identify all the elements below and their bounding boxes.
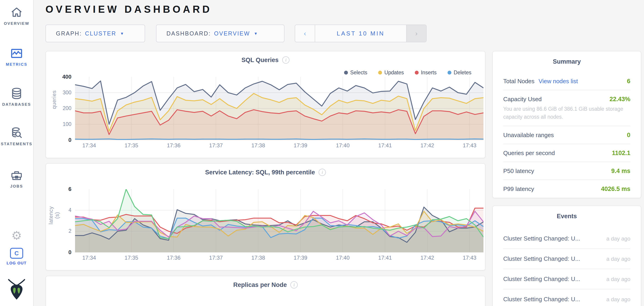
legend-label: Selects <box>350 70 367 76</box>
summary-row: Queries per second1102.1 <box>503 144 630 162</box>
info-icon[interactable]: i <box>318 169 326 176</box>
x-axis-tick-label: 17:39 <box>294 254 307 261</box>
summary-row-value: 4026.5 ms <box>601 186 630 192</box>
chevron-down-icon: ▾ <box>255 31 257 36</box>
chart-svg <box>75 77 484 140</box>
x-axis-tick-label: 17:38 <box>251 142 265 149</box>
logout-button[interactable]: C LOG OUT <box>0 248 33 266</box>
event-label: Cluster Setting Changed: U... <box>503 276 580 282</box>
summary-row-label: Unavailable ranges <box>503 132 554 139</box>
replicas-per-node-chart-card: Replicas per Node i 1.6k <box>46 276 486 306</box>
legend-label: Inserts <box>421 70 436 76</box>
settings-button[interactable]: ⚙ <box>0 230 33 242</box>
y-axis-tick-label: 300 <box>63 90 72 96</box>
chevron-left-icon: ‹ <box>304 30 306 37</box>
x-axis-tick-label: 17:43 <box>463 142 476 149</box>
summary-row: Capacity Used22.43%You are using 86.6 Gi… <box>503 90 630 126</box>
summary-row-label: Queries per second <box>503 150 555 157</box>
summary-row-label: P99 latency <box>503 186 534 192</box>
sidebar-item-overview[interactable]: OVERVIEW <box>0 6 33 26</box>
summary-row-value: 22.43% <box>610 96 630 103</box>
chart-svg <box>75 189 484 252</box>
summary-row-value: 1102.1 <box>612 150 630 157</box>
sidebar-item-databases[interactable]: DATABASES <box>0 87 33 107</box>
x-axis-tick-label: 17:42 <box>420 142 434 149</box>
y-axis-tick-label: 400 <box>62 74 72 80</box>
sidebar-item-label: METRICS <box>6 62 28 67</box>
sidebar: OVERVIEW METRICS DATABASES <box>0 0 34 306</box>
event-timestamp: a day ago <box>606 296 630 302</box>
legend-label: Updates <box>384 70 404 76</box>
time-prev-button[interactable]: ‹ <box>295 25 315 42</box>
sidebar-item-label: STATEMENTS <box>1 142 32 146</box>
x-axis-tick-label: 17:36 <box>167 142 180 149</box>
page-title: OVERVIEW DASHBOARD <box>46 4 212 15</box>
legend-item[interactable]: Deletes <box>448 70 472 76</box>
summary-panel: Summary Total NodesView nodes list6Capac… <box>492 51 641 198</box>
briefcase-icon <box>10 169 23 182</box>
plot-area[interactable] <box>75 189 484 252</box>
info-icon[interactable]: i <box>282 56 290 64</box>
x-axis-tick-label: 17:34 <box>82 142 96 149</box>
legend-item[interactable]: Selects <box>344 70 367 76</box>
dashboard-dropdown-label: DASHBOARD: <box>166 30 211 37</box>
event-row[interactable]: Cluster Setting Changed: U...a day ago <box>503 229 630 249</box>
time-next-button-disabled[interactable]: › <box>406 25 426 42</box>
summary-row: Unavailable ranges0 <box>503 126 630 144</box>
legend-dot-icon <box>415 71 419 74</box>
statements-icon <box>10 126 23 140</box>
summary-row-value: 6 <box>627 78 630 85</box>
graph-dropdown[interactable]: GRAPH: CLUSTER ▾ <box>46 24 145 42</box>
x-axis-labels: 17:3417:3517:3617:3717:3817:3917:4017:41… <box>75 254 484 262</box>
y-axis-tick-label: 0 <box>68 249 72 256</box>
gear-icon: ⚙ <box>11 230 22 242</box>
events-title: Events <box>493 206 641 220</box>
info-icon[interactable]: i <box>290 281 298 288</box>
summary-row-note: You are using 86.6 GiB of 386.1 GiB usab… <box>503 105 630 121</box>
x-axis-tick-label: 17:39 <box>294 142 307 149</box>
logout-monogram-icon: C <box>10 248 23 259</box>
event-row[interactable]: Cluster Setting Changed: U...a day ago <box>503 269 630 290</box>
y-axis-tick-label: 200 <box>63 105 72 112</box>
x-axis-tick-label: 17:40 <box>336 142 350 149</box>
event-row[interactable]: Cluster Setting Changed: U...a day ago <box>503 290 630 306</box>
x-axis-tick-label: 17:42 <box>420 254 434 261</box>
chart-title: Service Latency: SQL, 99th percentile <box>205 169 315 176</box>
y-axis-tick-label: 4 <box>68 207 72 213</box>
dashboard-dropdown[interactable]: DASHBOARD: OVERVIEW ▾ <box>156 24 284 42</box>
summary-row: Total NodesView nodes list6 <box>503 72 630 90</box>
events-rows: Cluster Setting Changed: U...a day agoCl… <box>503 229 630 306</box>
events-panel: Events Cluster Setting Changed: U...a da… <box>492 206 641 306</box>
event-timestamp: a day ago <box>606 276 630 282</box>
chart-title: Replicas per Node <box>233 282 287 288</box>
sidebar-item-metrics[interactable]: METRICS <box>0 47 33 67</box>
summary-rows: Total NodesView nodes list6Capacity Used… <box>503 72 630 198</box>
sidebar-item-label: DATABASES <box>2 102 31 107</box>
sql-queries-chart-card: SQL Queries i SelectsUpdatesInsertsDelet… <box>46 51 486 158</box>
view-nodes-list-link[interactable]: View nodes list <box>538 78 578 85</box>
legend-item[interactable]: Inserts <box>415 70 436 76</box>
x-axis-tick-label: 17:37 <box>209 254 223 261</box>
x-axis-tick-label: 17:38 <box>251 254 265 261</box>
metrics-icon <box>10 47 23 60</box>
chart-title: SQL Queries <box>242 56 278 64</box>
home-icon <box>10 6 23 19</box>
legend-item[interactable]: Updates <box>378 70 404 76</box>
sidebar-item-jobs[interactable]: JOBS <box>0 169 33 189</box>
x-axis-tick-label: 17:34 <box>82 254 96 261</box>
legend-dot-icon <box>344 71 348 74</box>
cockroach-bug-icon <box>7 278 26 300</box>
chevron-right-icon: › <box>415 30 418 37</box>
sidebar-item-statements[interactable]: STATEMENTS <box>0 126 33 146</box>
y-axis-tick-label: 2 <box>68 228 72 234</box>
plot-area[interactable] <box>75 77 484 140</box>
dashboard-dropdown-value: OVERVIEW <box>214 30 250 37</box>
time-range-selector[interactable]: LAST 10 MIN <box>315 25 406 42</box>
chart-legend: SelectsUpdatesInsertsDeletes <box>344 70 472 76</box>
x-axis-tick-label: 17:37 <box>209 142 223 149</box>
legend-dot-icon <box>378 71 382 74</box>
event-row[interactable]: Cluster Setting Changed: U...a day ago <box>503 249 630 269</box>
cockroach-logo <box>0 278 33 300</box>
x-axis-tick-label: 17:35 <box>124 142 138 149</box>
summary-row-label: Total Nodes <box>503 78 534 85</box>
